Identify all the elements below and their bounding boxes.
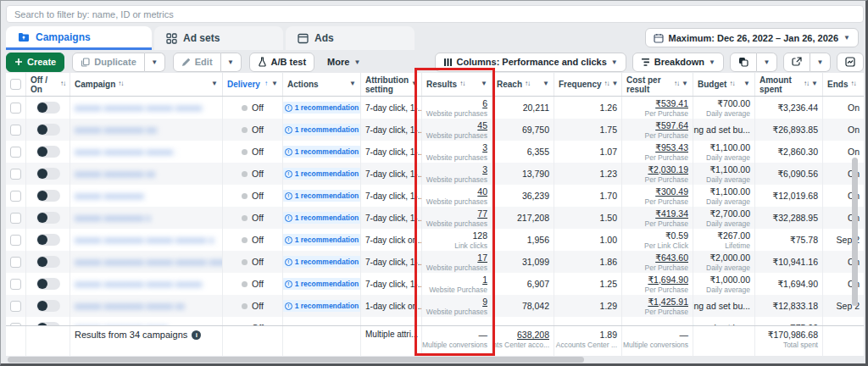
sort-icon[interactable]: ↑	[264, 80, 267, 88]
row-checkbox[interactable]	[10, 169, 21, 180]
row-checkbox[interactable]	[10, 279, 21, 290]
column-header-campaign[interactable]: Campaign ↑↓ ▼	[70, 73, 223, 96]
row-checkbox[interactable]	[10, 301, 21, 312]
select-all-checkbox[interactable]	[10, 79, 21, 90]
results-value[interactable]: 17	[477, 252, 487, 263]
column-header-off_on[interactable]: Off / On ↑↓	[26, 73, 70, 96]
results-value[interactable]: 6	[482, 98, 487, 108]
column-header-check[interactable]	[6, 73, 26, 96]
export-button[interactable]	[783, 53, 810, 72]
chevron-down-icon[interactable]: ▼	[811, 80, 818, 88]
ab-test-button[interactable]: A/B test	[249, 53, 315, 72]
date-range-button[interactable]: Maximum: Dec 26, 2022 – Jan 26, 2026 ▼	[645, 28, 860, 47]
campaign-name-redacted[interactable]: xxxxxx xxxxxxxxx xxxxxx xxxxxxx xxxxx	[75, 147, 176, 158]
cost-per-result-value[interactable]: ₹597.64	[655, 120, 688, 130]
duplicate-dropdown[interactable]: ▼	[145, 53, 165, 72]
reports-dropdown[interactable]: ▼	[757, 53, 777, 72]
chevron-down-icon[interactable]: ▼	[743, 80, 750, 88]
more-button[interactable]: More ▼	[327, 57, 360, 67]
campaign-toggle[interactable]	[36, 146, 60, 158]
campaign-toggle[interactable]	[36, 322, 60, 325]
results-value[interactable]: 9	[482, 297, 487, 307]
results-value[interactable]: 3	[482, 142, 487, 152]
campaign-toggle[interactable]	[36, 168, 60, 180]
chevron-down-icon[interactable]: ▼	[612, 80, 619, 88]
column-header-ends[interactable]: Ends ↑↓	[823, 73, 864, 96]
horizontal-scrollbar[interactable]	[8, 357, 584, 363]
chevron-down-icon[interactable]: ▼	[411, 80, 418, 88]
campaign-toggle[interactable]	[36, 102, 60, 114]
sort-icon[interactable]: ↑↓	[525, 80, 530, 88]
campaign-toggle[interactable]	[36, 234, 60, 246]
campaign-name-redacted[interactable]: xxxxxx xxxxxxxxx xxxxxx xxxxxxx xxxxx	[75, 279, 202, 290]
campaign-name-redacted[interactable]: xxxxxx xxxxxxxxx xxxxxx xxxxxxx xxxxx	[75, 103, 202, 114]
charts-button[interactable]	[837, 53, 864, 72]
campaign-name-redacted[interactable]: xxxxxx xxxxxxxxx xxxxxx xxxxxxx xxxxx	[75, 213, 151, 224]
chevron-down-icon[interactable]: ▼	[682, 80, 688, 88]
cost-per-result-value[interactable]: ₹953.43	[655, 142, 688, 152]
campaign-name-redacted[interactable]: xxxxxx xxxxxxxxx xxxxxx xxxxxxx xxxxx	[75, 235, 214, 246]
export-dropdown[interactable]: ▼	[810, 53, 831, 72]
campaign-toggle[interactable]	[36, 256, 60, 268]
sort-icon[interactable]: ↑↓	[804, 80, 809, 88]
sort-icon[interactable]: ↑↓	[118, 80, 123, 88]
row-checkbox[interactable]	[10, 125, 21, 136]
campaign-toggle[interactable]	[36, 300, 60, 312]
chevron-down-icon[interactable]: ▼	[271, 80, 278, 88]
cost-per-result-value[interactable]: ₹2,030.19	[648, 164, 688, 175]
vertical-scrollbar[interactable]	[852, 158, 858, 306]
breakdown-button[interactable]: Breakdown ▼	[632, 53, 724, 72]
column-header-budget[interactable]: Budget ↑↓ ▼	[693, 73, 755, 96]
sort-icon[interactable]: ↑↓	[729, 80, 734, 88]
chevron-down-icon[interactable]: ▼	[481, 80, 487, 88]
cost-per-result-value[interactable]: ₹300.49	[655, 186, 688, 197]
results-value[interactable]: 3	[482, 164, 487, 175]
cost-per-result-value[interactable]: ₹419.34	[655, 208, 688, 219]
tab-campaigns[interactable]: Campaigns	[6, 26, 152, 50]
row-checkbox[interactable]	[10, 323, 21, 326]
chevron-down-icon[interactable]: ▼	[349, 80, 356, 88]
recommendation-badge[interactable]: ! 1 recommendation	[283, 300, 361, 312]
campaign-toggle[interactable]	[36, 124, 60, 136]
info-icon[interactable]: i	[192, 330, 201, 340]
campaign-name-redacted[interactable]: xxxxxx xxxxxxxxx xxxxxx xxxxxxx xxxxx	[75, 323, 168, 326]
cost-per-result-value[interactable]: ₹1,425.91	[648, 297, 688, 307]
campaign-name-redacted[interactable]: xxxxxx xxxxxxxxx xxxxxx xxxxxxx xxxxx	[75, 191, 147, 202]
sort-icon[interactable]: ↑↓	[674, 80, 679, 88]
filter-search-bar[interactable]	[6, 5, 864, 23]
chevron-down-icon[interactable]: ▼	[542, 80, 549, 88]
recommendation-badge[interactable]: ! 1 recommendation	[283, 124, 361, 136]
recommendation-badge[interactable]: ! 1 recommendation	[283, 234, 361, 246]
campaign-name-redacted[interactable]: xxxxxx xxxxxxxxx xxxxxx xxxxxxx xxxxx	[75, 125, 157, 136]
tab-ad-sets[interactable]: Ad sets	[154, 26, 283, 50]
duplicate-button[interactable]: Duplicate	[72, 53, 145, 72]
reports-button[interactable]	[730, 53, 757, 72]
column-header-cost[interactable]: Cost per result ↑↓ ▼	[622, 73, 693, 96]
column-header-results[interactable]: Results ↑↓ ▼	[422, 73, 492, 96]
cost-per-result-value[interactable]: ₹1,694.90	[648, 274, 688, 285]
campaign-name-redacted[interactable]: xxxxxx xxxxxxxxx xxxxxx xxxxxxx xxxxx	[75, 169, 155, 180]
results-value[interactable]: 77	[477, 208, 487, 219]
campaign-name-redacted[interactable]: xxxxxx xxxxxxxxx xxxxxx xxxxxxx xxxxx	[75, 257, 223, 268]
campaign-name-redacted[interactable]: xxxxxx xxxxxxxxx xxxxxx xxxxxxx xxxxx	[75, 301, 185, 312]
row-checkbox[interactable]	[10, 103, 21, 114]
sort-icon[interactable]: ↑↓	[60, 80, 65, 88]
column-header-frequency[interactable]: Frequency ↑↓ ▼	[554, 73, 622, 96]
results-value[interactable]: 40	[477, 186, 487, 197]
row-checkbox[interactable]	[10, 191, 21, 202]
results-value[interactable]: 45	[477, 120, 487, 130]
recommendation-badge[interactable]: ! 1 recommendation	[283, 212, 361, 224]
row-checkbox[interactable]	[10, 235, 21, 246]
recommendation-badge[interactable]: ! 1 recommendation	[283, 190, 361, 202]
recommendation-badge[interactable]: ! 1 recommendation	[283, 102, 361, 114]
row-checkbox[interactable]	[10, 257, 21, 268]
recommendation-badge[interactable]: ! 1 recommendation	[283, 256, 361, 268]
sort-icon[interactable]: ↑↓	[850, 80, 855, 88]
recommendation-badge[interactable]: ! 1 recommendation	[283, 168, 361, 180]
campaign-toggle[interactable]	[36, 190, 60, 202]
edit-dropdown[interactable]: ▼	[221, 53, 242, 72]
search-input[interactable]	[14, 9, 855, 19]
columns-button[interactable]: Columns: Performance and clicks ▼	[435, 53, 626, 72]
row-checkbox[interactable]	[10, 213, 21, 224]
chevron-down-icon[interactable]: ▼	[211, 80, 218, 88]
